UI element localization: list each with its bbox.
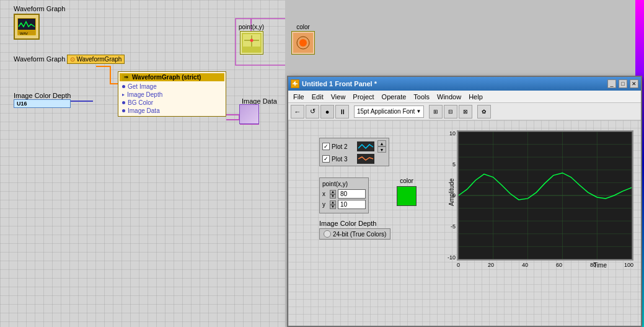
y-value: 10 [340, 201, 347, 208]
toolbar-extra-btn[interactable]: ✿ [477, 105, 491, 119]
waveform-graph-panel[interactable] [457, 130, 633, 261]
x-label: x [322, 190, 327, 197]
fp-close-btn[interactable]: ✕ [630, 79, 638, 88]
dot-icon-2 [122, 101, 125, 104]
strict-item-label: Get Image [128, 83, 157, 90]
menu-edit[interactable]: Edit [308, 93, 327, 101]
y-tick-neg5: -5 [437, 223, 456, 230]
waveform-node-top-label: Waveform Graph [14, 5, 65, 12]
strict-title-text: WaveformGraph (strict) [132, 74, 201, 81]
y-coord-row: y ▲ ▼ 10 [322, 200, 366, 209]
y-input[interactable]: 10 [338, 200, 366, 209]
dot-icon [122, 85, 125, 88]
x-axis-label: Time [593, 262, 607, 269]
arrow-in-icon: ▸ [122, 92, 125, 97]
fp-menubar: File Edit View Project Operate Tools Win… [288, 91, 641, 103]
waveform-strict-block: ⇒ WaveformGraph (strict) Get Image ▸ Ima… [118, 71, 226, 117]
color-depth-terminal: Image Color Depth U16 [14, 92, 71, 108]
x-input[interactable]: 80 [338, 189, 366, 199]
waveform-terminal: Waveform Graph ⊙ WaveformGraph [14, 55, 125, 64]
color-depth-label: Image Color Depth [14, 92, 71, 99]
point-panel: point(x,y) x ▲ ▼ 80 y ▲ ▼ 10 [319, 177, 369, 213]
svg-point-11 [250, 39, 253, 42]
menu-help[interactable]: Help [465, 93, 487, 101]
strict-connector-icon: ⇒ [122, 74, 130, 81]
toolbar-pause-btn[interactable]: ⏸ [335, 105, 349, 119]
plot-legend: ✓ Plot 2 ▲ ▼ ✓ Plot 3 [319, 138, 389, 166]
y-spin-down[interactable]: ▼ [330, 205, 336, 209]
depth-icon [324, 230, 331, 238]
plot-row-2: ✓ Plot 2 ▲ ▼ [321, 140, 387, 153]
fp-title: Untitled 1 Front Panel * [302, 80, 605, 87]
plot-2-preview [357, 141, 374, 151]
y-tick-0: 0 [437, 192, 456, 199]
menu-view[interactable]: View [327, 93, 350, 101]
svg-text:WAV: WAV [20, 32, 28, 35]
plot-3-label: Plot 3 [332, 156, 355, 163]
scroll-up-btn[interactable]: ▲ [377, 140, 386, 146]
plot-row-3: ✓ Plot 3 [321, 153, 387, 164]
point-node-label: point(x,y) [239, 24, 264, 30]
image-data-icon [239, 104, 259, 124]
x-spin-up[interactable]: ▲ [330, 190, 336, 194]
plot-2-check[interactable]: ✓ [322, 143, 330, 150]
toolbar-resize-btn[interactable]: ⊠ [459, 105, 472, 119]
x-spin-down[interactable]: ▼ [330, 194, 336, 199]
depth-selector[interactable]: 24-bit (True Colors) [319, 228, 390, 240]
x-spinner[interactable]: ▲ ▼ [330, 190, 336, 199]
scroll-down-btn[interactable]: ▼ [377, 146, 386, 153]
strict-imagedata-label: Image Data [128, 107, 160, 114]
color-panel-title: color [397, 177, 417, 184]
y-spinner[interactable]: ▲ ▼ [330, 200, 336, 209]
menu-tools[interactable]: Tools [410, 93, 433, 101]
point-node: point(x,y) [239, 24, 264, 55]
toolbar-align-btn[interactable]: ⊞ [429, 105, 443, 119]
u16-text: U16 [17, 101, 27, 107]
font-selector-text: 15pt Application Font [357, 108, 415, 115]
color-swatch[interactable] [397, 186, 417, 206]
fp-titlebar: Untitled 1 Front Panel * _ □ ✕ [288, 77, 641, 91]
strict-bgcolor-label: BG Color [128, 99, 153, 106]
color-icon[interactable] [291, 31, 315, 55]
strict-item-bgcolor: BG Color [120, 99, 224, 107]
point-icon[interactable] [240, 31, 263, 55]
plot-3-check[interactable]: ✓ [322, 155, 330, 163]
fp-minimize-btn[interactable]: _ [607, 79, 616, 88]
waveform-icon: WAV [14, 14, 40, 40]
strict-item-imagedata: Image Data [120, 107, 224, 115]
u16-box[interactable]: U16 [14, 99, 71, 108]
strict-item-getimage: Get Image [120, 83, 224, 91]
color-panel: color [397, 177, 417, 206]
depth-title: Image Color Depth [319, 220, 390, 227]
strict-depth-label: Image Depth [127, 91, 162, 98]
depth-value: 24-bit (True Colors) [333, 231, 386, 238]
menu-project[interactable]: Project [349, 93, 377, 101]
y-label: y [322, 201, 327, 208]
toolbar-dist-btn[interactable]: ⊟ [444, 105, 457, 119]
x-coord-row: x ▲ ▼ 80 [322, 189, 366, 199]
point-panel-title: point(x,y) [322, 181, 366, 187]
font-selector[interactable]: 15pt Application Font ▼ [354, 105, 424, 118]
menu-operate[interactable]: Operate [378, 93, 410, 101]
fp-maximize-btn[interactable]: □ [619, 79, 627, 88]
y-spin-up[interactable]: ▲ [330, 200, 336, 205]
svg-point-14 [299, 39, 307, 47]
plot-2-label: Plot 2 [332, 143, 355, 150]
x-tick-60: 60 [556, 262, 562, 268]
menu-file[interactable]: File [289, 93, 308, 101]
y-tick-neg10: -10 [437, 254, 456, 261]
toolbar-refresh-btn[interactable]: ↺ [306, 105, 319, 119]
waveform-terminal-box[interactable]: ⊙ WaveformGraph [67, 55, 125, 64]
menu-window[interactable]: Window [433, 93, 465, 101]
y-tick-5: 5 [437, 161, 456, 168]
toolbar-run-btn[interactable]: ● [320, 105, 334, 119]
plot-scroll-up[interactable]: ▲ ▼ [377, 140, 386, 153]
block-diagram: Waveform Graph WAV Waveform Graph ⊙ Wave… [0, 0, 285, 327]
waveform-node-top: Waveform Graph WAV [14, 5, 65, 40]
depth-panel: Image Color Depth 24-bit (True Colors) [319, 220, 390, 240]
toolbar-back-btn[interactable]: ← [291, 105, 304, 119]
fp-toolbar: ← ↺ ● ⏸ 15pt Application Font ▼ ⊞ ⊟ ⊠ ✿ [288, 103, 641, 120]
waveform-terminal-label: Waveform Graph [14, 55, 65, 63]
font-dropdown-icon: ▼ [416, 109, 421, 114]
x-axis-ticks: 0 20 40 60 80 100 [457, 262, 633, 268]
